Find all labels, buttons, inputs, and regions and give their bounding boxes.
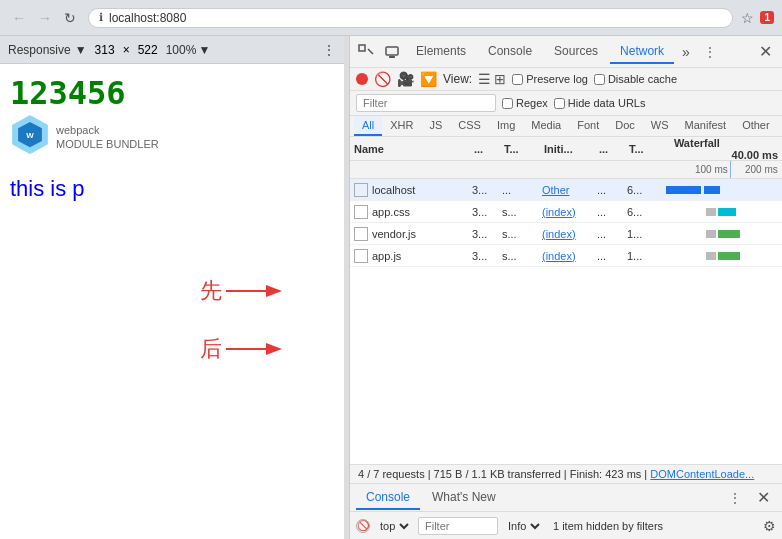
- type-tab-js[interactable]: JS: [421, 116, 450, 136]
- device-selector[interactable]: Responsive ▼: [8, 43, 87, 57]
- col-header-dot1[interactable]: ...: [474, 143, 504, 155]
- screenshot-button[interactable]: 🎥: [397, 71, 414, 87]
- row-type: s...: [502, 228, 542, 240]
- row-time: 6...: [627, 184, 662, 196]
- record-button[interactable]: [356, 73, 368, 85]
- star-icon[interactable]: ☆: [741, 10, 754, 26]
- row-dot2: ...: [597, 206, 627, 218]
- row-initiator[interactable]: Other: [542, 184, 597, 196]
- filter-button[interactable]: 🔽: [420, 71, 437, 87]
- device-label: Responsive: [8, 43, 71, 57]
- preserve-log-label[interactable]: Preserve log: [512, 73, 588, 85]
- extension-badge[interactable]: 1: [760, 11, 774, 24]
- table-row[interactable]: localhost 3... ... Other ... 6...: [350, 179, 782, 201]
- arrow-right-icon-1: [226, 281, 286, 301]
- tab-console-bottom[interactable]: Console: [356, 486, 420, 510]
- webpack-label: webpack MODULE BUNDLER: [56, 123, 159, 152]
- arrow-2: 后: [200, 334, 286, 364]
- tab-sources[interactable]: Sources: [544, 40, 608, 64]
- col-header-dot2[interactable]: ...: [599, 143, 629, 155]
- hide-urls-checkbox[interactable]: [554, 98, 565, 109]
- devtools-close-button[interactable]: ✕: [753, 40, 778, 63]
- inspect-element-button[interactable]: [354, 42, 378, 62]
- network-status-bar: 4 / 7 requests | 715 B / 1.1 KB transfer…: [350, 464, 782, 483]
- col-header-name[interactable]: Name: [354, 143, 474, 155]
- row-initiator[interactable]: (index): [542, 250, 597, 262]
- list-view-button[interactable]: ☰: [478, 71, 491, 87]
- console-settings-icon[interactable]: ⚙: [763, 518, 776, 534]
- svg-rect-5: [359, 45, 365, 51]
- regex-checkbox[interactable]: [502, 98, 513, 109]
- tab-console[interactable]: Console: [478, 40, 542, 64]
- more-tabs-button[interactable]: »: [676, 40, 696, 64]
- reload-button[interactable]: ↻: [60, 8, 80, 28]
- back-button[interactable]: ←: [8, 8, 30, 28]
- ruler-mark-100: 100 ms: [695, 164, 728, 175]
- row-initiator[interactable]: (index): [542, 206, 597, 218]
- col-header-type[interactable]: T...: [504, 143, 544, 155]
- console-dots-button[interactable]: ⋮: [723, 487, 747, 509]
- zoom-value: 100%: [166, 43, 197, 57]
- waterfall-bar-1: [666, 186, 701, 194]
- secure-icon: ℹ: [99, 11, 103, 24]
- clear-console-button[interactable]: 🚫: [356, 519, 370, 533]
- tab-network[interactable]: Network: [610, 40, 674, 64]
- type-tab-img[interactable]: Img: [489, 116, 523, 136]
- preserve-log-checkbox[interactable]: [512, 74, 523, 85]
- type-tab-ws[interactable]: WS: [643, 116, 677, 136]
- disable-cache-checkbox[interactable]: [594, 74, 605, 85]
- arrow-right-icon-2: [226, 339, 286, 359]
- regex-label[interactable]: Regex: [502, 97, 548, 109]
- type-tab-font[interactable]: Font: [569, 116, 607, 136]
- col-header-time[interactable]: T...: [629, 143, 664, 155]
- tab-elements[interactable]: Elements: [406, 40, 476, 64]
- network-toolbar: 🚫 🎥 🔽 View: ☰ ⊞ Preserve log Disable cac…: [350, 68, 782, 91]
- row-status: 3...: [472, 206, 502, 218]
- clear-button[interactable]: 🚫: [374, 71, 391, 87]
- disable-cache-label[interactable]: Disable cache: [594, 73, 677, 85]
- row-initiator[interactable]: (index): [542, 228, 597, 240]
- zoom-control[interactable]: 100% ▼: [166, 43, 211, 57]
- forward-button[interactable]: →: [34, 8, 56, 28]
- filter-bar: Regex Hide data URLs: [350, 91, 782, 116]
- page-width: 313: [95, 43, 115, 57]
- type-tab-css[interactable]: CSS: [450, 116, 489, 136]
- more-options-icon[interactable]: ⋮: [322, 42, 336, 58]
- table-row[interactable]: app.js 3... s... (index) ... 1...: [350, 245, 782, 267]
- group-view-button[interactable]: ⊞: [494, 71, 506, 87]
- webpack-label-line2: MODULE BUNDLER: [56, 137, 159, 151]
- domcontentloaded-link[interactable]: DOMContentLoade...: [650, 468, 754, 480]
- type-filter-tabs: All XHR JS CSS Img Media Font Doc WS Man…: [350, 116, 782, 137]
- device-mode-button[interactable]: [380, 42, 404, 62]
- waterfall-bar-2: [718, 252, 740, 260]
- tab-whats-new[interactable]: What's New: [422, 486, 506, 510]
- hide-urls-label[interactable]: Hide data URLs: [554, 97, 646, 109]
- row-name: localhost: [372, 184, 472, 196]
- table-row[interactable]: app.css 3... s... (index) ... 6...: [350, 201, 782, 223]
- timeline-marker: [730, 161, 731, 178]
- table-row[interactable]: vendor.js 3... s... (index) ... 1...: [350, 223, 782, 245]
- log-level-selector[interactable]: Info: [504, 519, 543, 533]
- arrow-label-1: 先: [200, 276, 222, 306]
- main-area: Responsive ▼ 313 × 522 100% ▼ ⋮ 123456 W: [0, 36, 782, 539]
- type-tab-other[interactable]: Other: [734, 116, 778, 136]
- devtools-menu-button[interactable]: ⋮: [698, 41, 722, 63]
- filter-input[interactable]: [356, 94, 496, 112]
- context-selector[interactable]: top: [376, 519, 412, 533]
- col-header-waterfall: Waterfall 40.00 ms: [664, 137, 778, 161]
- console-close-button[interactable]: ✕: [751, 486, 776, 509]
- type-tab-all[interactable]: All: [354, 116, 382, 136]
- number-text: 123456: [10, 74, 334, 112]
- webpack-logo: W webpack MODULE BUNDLER: [10, 114, 334, 160]
- file-icon: [354, 183, 368, 197]
- page-content: Responsive ▼ 313 × 522 100% ▼ ⋮ 123456 W: [0, 36, 345, 539]
- address-bar[interactable]: ℹ localhost:8080: [88, 8, 733, 28]
- type-tab-manifest[interactable]: Manifest: [677, 116, 735, 136]
- col-header-init[interactable]: Initi...: [544, 143, 599, 155]
- console-tabs: Console What's New ⋮ ✕: [350, 484, 782, 512]
- row-type: s...: [502, 206, 542, 218]
- console-filter-input[interactable]: [418, 517, 498, 535]
- type-tab-doc[interactable]: Doc: [607, 116, 643, 136]
- type-tab-media[interactable]: Media: [523, 116, 569, 136]
- type-tab-xhr[interactable]: XHR: [382, 116, 421, 136]
